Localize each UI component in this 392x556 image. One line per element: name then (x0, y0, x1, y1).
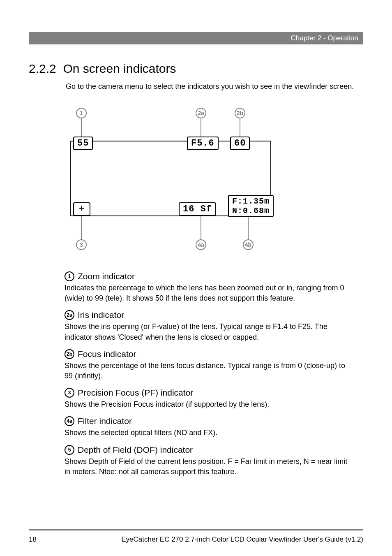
section-number: 2.2.2 (29, 62, 56, 75)
desc-item: 4a Filter indicator Shows the selected o… (65, 416, 355, 438)
doc-title: EyeCatcher EC 270 2.7-inch Color LCD Ocu… (121, 535, 363, 544)
desc-title: Filter indicator (78, 416, 132, 426)
footer-divider (29, 529, 363, 531)
desc-body: Indicates the percentage to which the le… (65, 283, 355, 303)
chapter-label: Chapter 2 - Operation (291, 34, 358, 42)
osd-dof-near: N:0.68m (232, 206, 270, 215)
leader-line (81, 215, 82, 239)
osd-filter: 16 Sf (179, 202, 216, 216)
callout-marker-2b: 2b (235, 108, 245, 118)
badge-icon: 2b (65, 349, 74, 359)
badge-icon: 4a (65, 416, 74, 426)
intro-paragraph: Go to the camera menu to select the indi… (66, 81, 355, 92)
leader-line (248, 216, 249, 239)
desc-heading: 4a Filter indicator (65, 416, 355, 426)
badge-icon: 2a (65, 310, 74, 320)
desc-heading: 2b Focus indicator (65, 349, 355, 359)
desc-heading: 3 Precision Focus (PF) indicator (65, 388, 355, 398)
callout-marker-4a: 4a (196, 239, 206, 250)
callout-marker-3: 3 (76, 239, 87, 250)
leader-line (201, 215, 201, 239)
osd-iris: F5.6 (187, 137, 219, 150)
desc-item: 3 Precision Focus (PF) indicator Shows t… (65, 388, 355, 410)
osd-precision-focus: + (73, 202, 90, 216)
desc-title: Precision Focus (PF) indicator (78, 388, 193, 398)
osd-dof-far: F:1.35m (232, 197, 270, 206)
desc-item: 2a Iris indicator Shows the iris opening… (65, 310, 355, 342)
callout-marker-4b: 4b (243, 239, 254, 250)
desc-heading: 1 Zoom indicator (65, 271, 355, 281)
osd-focus: 60 (230, 137, 250, 150)
page-number: 18 (29, 535, 37, 544)
badge-icon: 5 (65, 445, 74, 455)
osd-zoom: 55 (73, 137, 93, 150)
desc-item: 1 Zoom indicator Indicates the percentag… (65, 271, 355, 303)
callout-marker-1: 1 (76, 108, 87, 118)
section-title: On screen indicators (63, 62, 176, 75)
desc-item: 2b Focus indicator Shows the percentage … (65, 349, 355, 381)
osd-dof: F:1.35m N:0.68m (228, 195, 274, 217)
desc-title: Depth of Field (DOF) indicator (78, 445, 193, 455)
desc-heading: 5 Depth of Field (DOF) indicator (65, 445, 355, 455)
desc-item: 5 Depth of Field (DOF) indicator Shows D… (65, 445, 355, 477)
descriptions-list: 1 Zoom indicator Indicates the percentag… (65, 271, 355, 484)
desc-body: Shows the Precision Focus indicator (if … (65, 399, 355, 410)
desc-body: Shows Depth of Field of the current lens… (65, 456, 355, 477)
desc-title: Iris indicator (78, 310, 124, 320)
callout-marker-2a: 2a (196, 108, 206, 118)
desc-title: Focus indicator (78, 349, 136, 359)
desc-heading: 2a Iris indicator (65, 310, 355, 320)
badge-icon: 1 (65, 271, 74, 281)
chapter-header: Chapter 2 - Operation (29, 32, 363, 44)
section-heading: 2.2.2 On screen indicators (29, 62, 176, 76)
desc-body: Shows the percentage of the lens focus d… (65, 361, 355, 381)
desc-body: Shows the selected optical filters (ND a… (65, 428, 355, 438)
page-footer: 18 EyeCatcher EC 270 2.7-inch Color LCD … (29, 535, 363, 544)
desc-body: Shows the iris opening (or F-value) of t… (65, 322, 355, 342)
desc-title: Zoom indicator (78, 271, 135, 281)
badge-icon: 3 (65, 388, 74, 398)
osd-diagram: 1 2a 2b 55 F5.6 60 + 16 Sf F:1.35m N:0.6… (66, 108, 300, 256)
